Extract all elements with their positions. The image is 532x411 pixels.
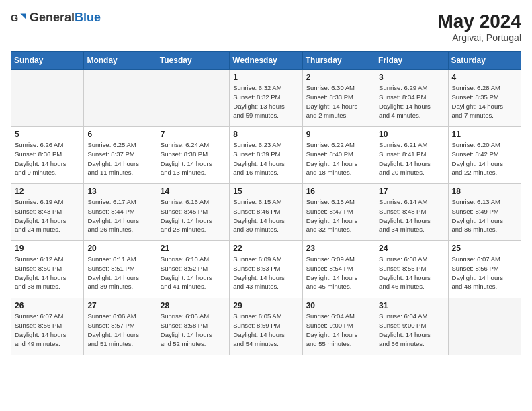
calendar-cell: 3Sunrise: 6:29 AMSunset: 8:34 PMDaylight… bbox=[375, 70, 448, 127]
day-number: 14 bbox=[161, 187, 226, 196]
title-block: May 2024 Argivai, Portugal bbox=[437, 11, 521, 43]
calendar-cell: 21Sunrise: 6:10 AMSunset: 8:52 PMDayligh… bbox=[157, 241, 229, 298]
calendar-cell: 19Sunrise: 6:12 AMSunset: 8:50 PMDayligh… bbox=[11, 241, 84, 298]
day-number: 10 bbox=[379, 130, 444, 139]
calendar-cell: 29Sunrise: 6:05 AMSunset: 8:59 PMDayligh… bbox=[230, 298, 302, 355]
day-info: Sunrise: 6:20 AMSunset: 8:42 PMDaylight:… bbox=[452, 140, 517, 177]
calendar-cell bbox=[11, 70, 84, 127]
day-info: Sunrise: 6:10 AMSunset: 8:52 PMDaylight:… bbox=[161, 255, 226, 291]
day-info: Sunrise: 6:22 AMSunset: 8:40 PMDaylight:… bbox=[306, 140, 371, 177]
week-row-3: 19Sunrise: 6:12 AMSunset: 8:50 PMDayligh… bbox=[11, 241, 521, 298]
day-number: 24 bbox=[379, 244, 444, 253]
day-info: Sunrise: 6:11 AMSunset: 8:51 PMDaylight:… bbox=[87, 255, 152, 291]
calendar-cell: 8Sunrise: 6:23 AMSunset: 8:39 PMDaylight… bbox=[230, 127, 302, 184]
day-info: Sunrise: 6:21 AMSunset: 8:41 PMDaylight:… bbox=[379, 140, 444, 177]
day-info: Sunrise: 6:13 AMSunset: 8:49 PMDaylight:… bbox=[452, 197, 517, 234]
calendar-cell: 11Sunrise: 6:20 AMSunset: 8:42 PMDayligh… bbox=[448, 127, 521, 184]
col-sunday: Sunday bbox=[11, 52, 84, 70]
calendar-cell: 24Sunrise: 6:08 AMSunset: 8:55 PMDayligh… bbox=[375, 241, 448, 298]
day-number: 20 bbox=[87, 244, 152, 253]
day-number: 23 bbox=[306, 244, 371, 253]
day-info: Sunrise: 6:28 AMSunset: 8:35 PMDaylight:… bbox=[452, 83, 517, 120]
day-number: 7 bbox=[161, 130, 226, 139]
calendar-cell: 5Sunrise: 6:26 AMSunset: 8:36 PMDaylight… bbox=[11, 127, 84, 184]
day-number: 6 bbox=[87, 130, 152, 139]
day-info: Sunrise: 6:05 AMSunset: 8:59 PMDaylight:… bbox=[233, 312, 298, 349]
day-number: 3 bbox=[379, 73, 444, 82]
day-info: Sunrise: 6:17 AMSunset: 8:44 PMDaylight:… bbox=[87, 197, 152, 234]
col-wednesday: Wednesday bbox=[230, 52, 302, 70]
day-info: Sunrise: 6:19 AMSunset: 8:43 PMDaylight:… bbox=[15, 197, 80, 234]
month-year: May 2024 bbox=[437, 11, 521, 32]
col-tuesday: Tuesday bbox=[157, 52, 229, 70]
calendar-cell: 16Sunrise: 6:15 AMSunset: 8:47 PMDayligh… bbox=[302, 184, 375, 241]
day-info: Sunrise: 6:30 AMSunset: 8:33 PMDaylight:… bbox=[306, 83, 371, 120]
day-info: Sunrise: 6:07 AMSunset: 8:56 PMDaylight:… bbox=[15, 312, 80, 349]
day-number: 19 bbox=[15, 244, 80, 253]
calendar-cell: 6Sunrise: 6:25 AMSunset: 8:37 PMDaylight… bbox=[84, 127, 157, 184]
day-number: 5 bbox=[15, 130, 80, 139]
day-number: 25 bbox=[452, 244, 517, 253]
calendar-cell: 26Sunrise: 6:07 AMSunset: 8:56 PMDayligh… bbox=[11, 298, 84, 355]
calendar-cell: 2Sunrise: 6:30 AMSunset: 8:33 PMDaylight… bbox=[302, 70, 375, 127]
calendar-cell bbox=[157, 70, 229, 127]
location: Argivai, Portugal bbox=[437, 32, 521, 43]
day-info: Sunrise: 6:09 AMSunset: 8:53 PMDaylight:… bbox=[233, 255, 298, 291]
week-row-1: 5Sunrise: 6:26 AMSunset: 8:36 PMDaylight… bbox=[11, 127, 521, 184]
col-monday: Monday bbox=[84, 52, 157, 70]
day-info: Sunrise: 6:29 AMSunset: 8:34 PMDaylight:… bbox=[379, 83, 444, 120]
logo-icon: G bbox=[11, 11, 27, 25]
page-header: G GeneralBlue May 2024 Argivai, Portugal bbox=[11, 11, 521, 43]
calendar-cell: 30Sunrise: 6:04 AMSunset: 9:00 PMDayligh… bbox=[302, 298, 375, 355]
calendar-cell: 13Sunrise: 6:17 AMSunset: 8:44 PMDayligh… bbox=[84, 184, 157, 241]
logo-blue: Blue bbox=[75, 11, 101, 24]
calendar-cell bbox=[84, 70, 157, 127]
logo-text: GeneralBlue bbox=[30, 11, 101, 25]
day-number: 18 bbox=[452, 187, 517, 196]
day-info: Sunrise: 6:08 AMSunset: 8:55 PMDaylight:… bbox=[379, 255, 444, 291]
day-info: Sunrise: 6:25 AMSunset: 8:37 PMDaylight:… bbox=[87, 140, 152, 177]
col-saturday: Saturday bbox=[448, 52, 521, 70]
calendar-cell: 15Sunrise: 6:15 AMSunset: 8:46 PMDayligh… bbox=[230, 184, 302, 241]
day-info: Sunrise: 6:05 AMSunset: 8:58 PMDaylight:… bbox=[161, 312, 226, 349]
day-number: 9 bbox=[306, 130, 371, 139]
calendar-cell: 23Sunrise: 6:09 AMSunset: 8:54 PMDayligh… bbox=[302, 241, 375, 298]
day-number: 29 bbox=[233, 301, 298, 310]
calendar-cell: 18Sunrise: 6:13 AMSunset: 8:49 PMDayligh… bbox=[448, 184, 521, 241]
day-number: 8 bbox=[233, 130, 298, 139]
day-info: Sunrise: 6:14 AMSunset: 8:48 PMDaylight:… bbox=[379, 197, 444, 234]
calendar-cell: 28Sunrise: 6:05 AMSunset: 8:58 PMDayligh… bbox=[157, 298, 229, 355]
calendar-cell: 27Sunrise: 6:06 AMSunset: 8:57 PMDayligh… bbox=[84, 298, 157, 355]
calendar-cell bbox=[448, 298, 521, 355]
logo-general: General bbox=[30, 11, 75, 24]
calendar-cell: 10Sunrise: 6:21 AMSunset: 8:41 PMDayligh… bbox=[375, 127, 448, 184]
day-number: 30 bbox=[306, 301, 371, 310]
calendar-cell: 22Sunrise: 6:09 AMSunset: 8:53 PMDayligh… bbox=[230, 241, 302, 298]
calendar-cell: 9Sunrise: 6:22 AMSunset: 8:40 PMDaylight… bbox=[302, 127, 375, 184]
calendar-cell: 4Sunrise: 6:28 AMSunset: 8:35 PMDaylight… bbox=[448, 70, 521, 127]
col-friday: Friday bbox=[375, 52, 448, 70]
calendar-cell: 25Sunrise: 6:07 AMSunset: 8:56 PMDayligh… bbox=[448, 241, 521, 298]
day-number: 27 bbox=[87, 301, 152, 310]
day-number: 2 bbox=[306, 73, 371, 82]
day-info: Sunrise: 6:15 AMSunset: 8:46 PMDaylight:… bbox=[233, 197, 298, 234]
calendar-cell: 31Sunrise: 6:04 AMSunset: 9:00 PMDayligh… bbox=[375, 298, 448, 355]
logo: G GeneralBlue bbox=[11, 11, 101, 25]
day-number: 15 bbox=[233, 187, 298, 196]
calendar-table: Sunday Monday Tuesday Wednesday Thursday… bbox=[11, 51, 521, 355]
day-number: 28 bbox=[161, 301, 226, 310]
svg-marker-1 bbox=[20, 13, 26, 19]
week-row-4: 26Sunrise: 6:07 AMSunset: 8:56 PMDayligh… bbox=[11, 298, 521, 355]
day-info: Sunrise: 6:26 AMSunset: 8:36 PMDaylight:… bbox=[15, 140, 80, 177]
calendar-cell: 1Sunrise: 6:32 AMSunset: 8:32 PMDaylight… bbox=[230, 70, 302, 127]
day-number: 16 bbox=[306, 187, 371, 196]
day-info: Sunrise: 6:04 AMSunset: 9:00 PMDaylight:… bbox=[306, 312, 371, 349]
week-row-0: 1Sunrise: 6:32 AMSunset: 8:32 PMDaylight… bbox=[11, 70, 521, 127]
day-number: 22 bbox=[233, 244, 298, 253]
day-number: 13 bbox=[87, 187, 152, 196]
day-number: 21 bbox=[161, 244, 226, 253]
day-info: Sunrise: 6:06 AMSunset: 8:57 PMDaylight:… bbox=[87, 312, 152, 349]
day-info: Sunrise: 6:07 AMSunset: 8:56 PMDaylight:… bbox=[452, 255, 517, 291]
calendar-cell: 17Sunrise: 6:14 AMSunset: 8:48 PMDayligh… bbox=[375, 184, 448, 241]
day-info: Sunrise: 6:16 AMSunset: 8:45 PMDaylight:… bbox=[161, 197, 226, 234]
